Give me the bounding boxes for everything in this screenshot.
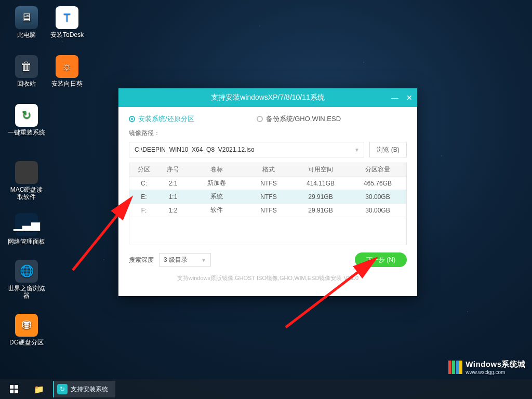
cell: 30.00GB <box>349 207 406 214</box>
path-label: 镜像路径： <box>118 126 417 142</box>
cell: 软件 <box>188 206 245 215</box>
tab-label: 备份系统/GHO,WIN,ESD <box>266 114 341 124</box>
table-row-selected[interactable]: E: 1:1 系统 NTFS 29.91GB 30.00GB <box>129 190 406 204</box>
desktop-icon-recycle[interactable]: 🗑 回收站 <box>7 55 46 87</box>
dg-icon: ⛃ <box>15 314 38 337</box>
desktop-icon-reinstall[interactable]: ↻ 一键重装系统 <box>7 104 46 136</box>
radio-unselected-icon <box>257 116 263 122</box>
cell: 系统 <box>188 192 245 201</box>
cell: NTFS <box>245 207 292 214</box>
table-empty-area <box>129 217 407 245</box>
depth-value: 3 级目录 <box>164 256 188 264</box>
watermark-title: Windows系统城 <box>466 360 526 369</box>
icon-label: 安装ToDesk <box>48 31 86 38</box>
cell: C: <box>129 180 158 187</box>
cell: 414.11GB <box>292 180 349 187</box>
network-icon: ▁▃▅ <box>15 213 38 236</box>
icon-label: 网络管理面板 <box>7 238 46 245</box>
svg-rect-3 <box>15 385 18 389</box>
folder-icon: 📁 <box>34 384 44 394</box>
svg-rect-2 <box>10 385 14 389</box>
apple-icon <box>15 161 38 184</box>
start-button[interactable] <box>3 381 25 397</box>
col-free: 可用空间 <box>292 165 349 174</box>
cell: 2:1 <box>158 180 188 187</box>
tab-label: 安装系统/还原分区 <box>138 114 194 124</box>
cell: NTFS <box>245 180 292 187</box>
table-row[interactable]: C: 2:1 新加卷 NTFS 414.11GB 465.76GB <box>129 177 406 190</box>
tab-install-restore[interactable]: 安装系统/还原分区 <box>129 114 194 124</box>
cell: E: <box>129 193 158 201</box>
reinstall-icon: ↻ <box>15 104 38 127</box>
cell: NTFS <box>245 193 292 201</box>
recycle-icon: 🗑 <box>15 55 38 78</box>
desktop-icon-network[interactable]: ▁▃▅ 网络管理面板 <box>7 213 46 245</box>
cell: 1:1 <box>158 193 188 201</box>
radio-selected-icon <box>129 116 135 122</box>
col-total: 分区容量 <box>349 165 406 174</box>
icon-label: DG硬盘分区 <box>7 339 46 346</box>
chevron-down-icon: ▼ <box>201 257 206 263</box>
tab-backup[interactable]: 备份系统/GHO,WIN,ESD <box>257 114 341 124</box>
desktop-icon-browser[interactable]: 🌐 世界之窗浏览器 <box>7 260 46 300</box>
task-label: 支持安装系统 <box>71 385 108 394</box>
close-button[interactable]: ✕ <box>406 94 413 101</box>
desktop-icon-sunlogin[interactable]: ☼ 安装向日葵 <box>48 55 86 87</box>
file-explorer-button[interactable]: 📁 <box>28 381 50 397</box>
installer-window: 支持安装windowsXP/7/8/10/11系统 ― ✕ 安装系统/还原分区 … <box>118 88 417 296</box>
icon-label: MAC硬盘读取软件 <box>7 186 46 201</box>
globe-icon: 🌐 <box>15 260 38 283</box>
col-index: 序号 <box>158 165 188 174</box>
col-partition: 分区 <box>129 165 158 174</box>
cell: 30.00GB <box>349 193 406 201</box>
taskbar-task-installer[interactable]: ↻ 支持安装系统 <box>53 381 115 397</box>
table-header: 分区 序号 卷标 格式 可用空间 分区容量 <box>129 163 406 177</box>
col-format: 格式 <box>245 165 292 174</box>
icon-label: 回收站 <box>7 80 46 87</box>
sunflower-icon: ☼ <box>56 55 78 78</box>
cell: 1:2 <box>158 207 188 214</box>
cell: F: <box>129 207 158 214</box>
watermark-logo-icon <box>448 361 462 374</box>
depth-select[interactable]: 3 级目录 ▼ <box>159 253 211 267</box>
col-label: 卷标 <box>188 165 245 174</box>
icon-label: 安装向日葵 <box>48 80 86 87</box>
cell: 29.91GB <box>292 193 349 201</box>
browse-button[interactable]: 浏览 (B) <box>369 142 407 157</box>
table-row[interactable]: F: 1:2 软件 NTFS 29.91GB 30.00GB <box>129 204 406 217</box>
desktop-icon-todesk[interactable]: T 安装ToDesk <box>48 6 86 38</box>
support-note: 支持windows原版镜像,GHOST ISO镜像,GHO,WIM,ESD镜像安… <box>118 267 417 282</box>
minimize-button[interactable]: ― <box>391 94 398 101</box>
path-value: C:\DEEPIN_WIN10_X64_Q8_V2021.12.iso <box>135 146 255 153</box>
chevron-down-icon[interactable]: ▼ <box>354 147 360 153</box>
window-title: 支持安装windowsXP/7/8/10/11系统 <box>211 93 325 102</box>
cell: 新加卷 <box>188 179 245 188</box>
titlebar[interactable]: 支持安装windowsXP/7/8/10/11系统 ― ✕ <box>118 88 417 107</box>
installer-icon: ↻ <box>57 384 68 394</box>
depth-label: 搜索深度 <box>129 256 154 264</box>
svg-rect-4 <box>10 390 14 393</box>
next-button[interactable]: 下一步 (N) <box>355 252 407 267</box>
cell: 29.91GB <box>292 207 349 214</box>
cell: 465.76GB <box>349 180 406 187</box>
svg-rect-5 <box>15 390 18 393</box>
pc-icon: 🖥 <box>15 6 38 29</box>
icon-label: 世界之窗浏览器 <box>7 285 46 300</box>
todesk-icon: T <box>56 6 78 29</box>
windows-icon <box>10 385 18 393</box>
desktop-icon-this-pc[interactable]: 🖥 此电脑 <box>7 6 46 38</box>
icon-label: 此电脑 <box>7 31 46 38</box>
partition-table: 分区 序号 卷标 格式 可用空间 分区容量 C: 2:1 新加卷 NTFS 41… <box>129 163 407 217</box>
desktop-icon-mac[interactable]: MAC硬盘读取软件 <box>7 161 46 201</box>
icon-label: 一键重装系统 <box>7 129 46 136</box>
watermark: Windows系统城 www.wxclgg.com <box>446 358 528 376</box>
desktop-icon-dg[interactable]: ⛃ DG硬盘分区 <box>7 314 46 346</box>
taskbar: 📁 ↻ 支持安装系统 <box>0 379 532 399</box>
watermark-url: www.wxclgg.com <box>466 369 526 375</box>
image-path-input[interactable]: C:\DEEPIN_WIN10_X64_Q8_V2021.12.iso ▼ <box>129 142 364 157</box>
